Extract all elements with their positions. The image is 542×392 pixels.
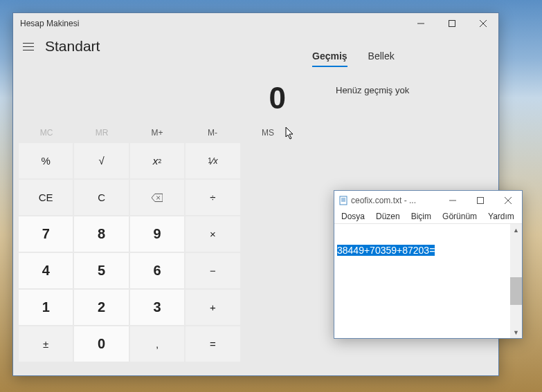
key-reciprocal[interactable]: 1∕x bbox=[186, 143, 240, 178]
key-sqrt[interactable]: √ bbox=[74, 143, 128, 178]
scroll-down-icon[interactable]: ▼ bbox=[510, 326, 522, 338]
mode-title: Standart bbox=[45, 38, 100, 55]
notepad-scrollbar[interactable]: ▲ ▼ bbox=[510, 224, 522, 338]
close-icon bbox=[480, 20, 487, 27]
notepad-titlebar: ceofix.com.txt - ... bbox=[334, 191, 522, 210]
hamburger-icon bbox=[23, 43, 34, 44]
maximize-icon bbox=[477, 197, 484, 204]
notepad-window: ceofix.com.txt - ... Dosya Düzen Biçim G… bbox=[334, 190, 523, 339]
key-backspace[interactable] bbox=[130, 180, 184, 215]
key-percent[interactable]: % bbox=[19, 143, 73, 178]
key-5[interactable]: 5 bbox=[74, 253, 128, 288]
key-subtract[interactable]: − bbox=[186, 253, 240, 288]
minimize-icon bbox=[417, 20, 424, 27]
key-multiply[interactable]: × bbox=[186, 216, 240, 252]
key-6[interactable]: 6 bbox=[130, 253, 184, 288]
menu-help[interactable]: Yardım bbox=[484, 210, 518, 223]
notepad-body: 38449+70359+87203= ▲ ▼ bbox=[334, 224, 522, 338]
mem-mr: MR bbox=[74, 122, 129, 143]
key-equals[interactable]: = bbox=[186, 326, 240, 362]
menu-file[interactable]: Dosya bbox=[337, 210, 369, 223]
scroll-thumb[interactable] bbox=[510, 277, 522, 305]
menu-view[interactable]: Görünüm bbox=[438, 210, 481, 223]
calculator-titlebar: Hesap Makinesi bbox=[13, 13, 498, 34]
display: 0 bbox=[19, 59, 296, 122]
notepad-maximize-button[interactable] bbox=[467, 191, 494, 210]
menu-button[interactable] bbox=[21, 39, 35, 53]
mem-mc: MC bbox=[19, 122, 74, 143]
keypad: % √ x2 1∕x CE C ÷ 7 8 9 × 4 5 6 − 1 2 3 bbox=[19, 143, 296, 362]
key-8[interactable]: 8 bbox=[74, 216, 128, 252]
mem-ms[interactable]: MS bbox=[240, 122, 296, 143]
scroll-up-icon[interactable]: ▲ bbox=[510, 224, 522, 236]
window-title: Hesap Makinesi bbox=[20, 19, 79, 28]
svg-rect-6 bbox=[340, 196, 347, 205]
maximize-button[interactable] bbox=[436, 13, 467, 34]
calculator-body: 0 MC MR M+ M- MS % √ x2 1∕x CE C ÷ 7 8 9… bbox=[13, 59, 301, 367]
notepad-close-button[interactable] bbox=[494, 191, 522, 210]
notepad-selected-text: 38449+70359+87203= bbox=[337, 245, 435, 256]
key-square[interactable]: x2 bbox=[130, 143, 184, 178]
notepad-menu: Dosya Düzen Biçim Görünüm Yardım bbox=[334, 210, 522, 224]
maximize-icon bbox=[449, 20, 455, 27]
key-0[interactable]: 0 bbox=[74, 326, 128, 362]
notepad-app-icon bbox=[338, 196, 348, 205]
tab-memory[interactable]: Bellek bbox=[368, 50, 395, 67]
minimize-button[interactable] bbox=[405, 13, 436, 34]
history-panel: Geçmiş Bellek Henüz geçmiş yok bbox=[301, 44, 498, 102]
key-decimal[interactable]: , bbox=[130, 326, 184, 362]
panel-tabs: Geçmiş Bellek bbox=[312, 50, 487, 67]
notepad-title: ceofix.com.txt - ... bbox=[338, 196, 416, 205]
minimize-icon bbox=[449, 197, 456, 204]
close-button[interactable] bbox=[467, 13, 498, 34]
notepad-controls bbox=[439, 191, 522, 210]
key-c[interactable]: C bbox=[74, 180, 128, 215]
key-ce[interactable]: CE bbox=[19, 180, 73, 215]
key-4[interactable]: 4 bbox=[19, 253, 73, 288]
memory-row: MC MR M+ M- MS bbox=[19, 122, 296, 143]
svg-rect-1 bbox=[449, 21, 455, 27]
key-2[interactable]: 2 bbox=[74, 290, 128, 325]
notepad-minimize-button[interactable] bbox=[439, 191, 467, 210]
window-controls bbox=[405, 13, 498, 34]
history-empty-text: Henüz geçmiş yok bbox=[312, 85, 487, 95]
key-9[interactable]: 9 bbox=[130, 216, 184, 252]
menu-edit[interactable]: Düzen bbox=[372, 210, 404, 223]
backspace-icon bbox=[152, 192, 163, 203]
key-3[interactable]: 3 bbox=[130, 290, 184, 325]
mem-mminus[interactable]: M- bbox=[185, 122, 240, 143]
key-7[interactable]: 7 bbox=[19, 216, 73, 252]
scroll-track[interactable] bbox=[510, 236, 522, 326]
menu-format[interactable]: Biçim bbox=[407, 210, 435, 223]
key-negate[interactable]: ± bbox=[19, 326, 73, 362]
svg-rect-11 bbox=[478, 198, 484, 204]
notepad-textarea[interactable]: 38449+70359+87203= bbox=[334, 224, 510, 338]
mem-mplus[interactable]: M+ bbox=[129, 122, 185, 143]
close-icon bbox=[505, 197, 512, 204]
key-1[interactable]: 1 bbox=[19, 290, 73, 325]
key-divide[interactable]: ÷ bbox=[186, 180, 240, 215]
key-add[interactable]: + bbox=[186, 290, 240, 325]
tab-history[interactable]: Geçmiş bbox=[312, 50, 347, 67]
